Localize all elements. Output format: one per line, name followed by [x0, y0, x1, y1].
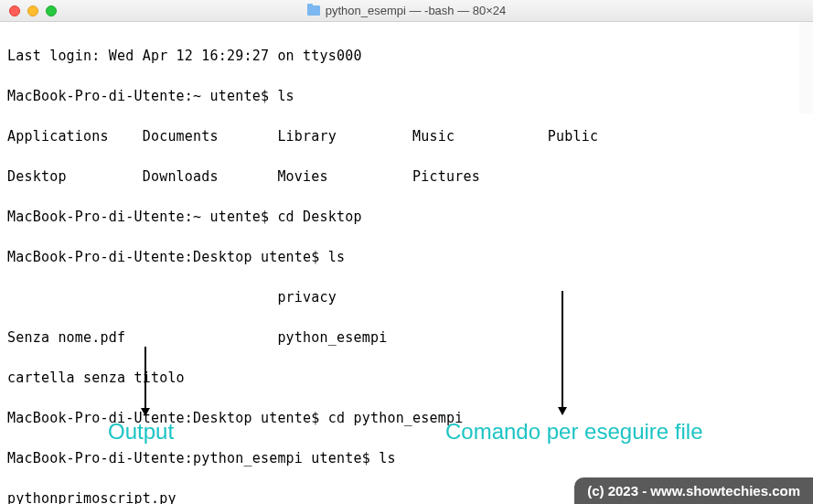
traffic-lights — [0, 5, 57, 16]
folder-icon — [307, 5, 320, 16]
scrollbar[interactable] — [799, 22, 813, 113]
last-login-line: Last login: Wed Apr 12 16:29:27 on ttys0… — [7, 46, 806, 66]
arrow-output — [144, 347, 146, 415]
ls-output: cartella senza titolo — [7, 368, 806, 388]
prompt-line: MacBook-Pro-di-Utente:~ utente$ ls — [7, 86, 806, 106]
watermark: (c) 2023 - www.showtechies.com — [574, 477, 813, 504]
minimize-button[interactable] — [27, 5, 38, 16]
caption-output: Output — [108, 419, 174, 445]
zoom-button[interactable] — [46, 5, 57, 16]
prompt-line: MacBook-Pro-di-Utente:python_esempi uten… — [7, 448, 806, 468]
ls-output: Applications Documents Library Music Pub… — [7, 126, 806, 146]
caption-command: Comando per eseguire file — [445, 419, 703, 445]
window-title-wrap: python_esempi — -bash — 80×24 — [0, 4, 813, 17]
window-titlebar: python_esempi — -bash — 80×24 — [0, 0, 813, 22]
close-button[interactable] — [9, 5, 20, 16]
ls-output: privacy — [7, 287, 806, 307]
prompt-line: MacBook-Pro-di-Utente:~ utente$ cd Deskt… — [7, 207, 806, 227]
ls-output: Senza nome.pdf python_esempi — [7, 327, 806, 348]
window-title: python_esempi — -bash — 80×24 — [326, 4, 507, 17]
prompt-line: MacBook-Pro-di-Utente:Desktop utente$ ls — [7, 247, 806, 267]
arrow-command — [562, 291, 563, 414]
ls-output: Desktop Downloads Movies Pictures — [7, 166, 806, 187]
